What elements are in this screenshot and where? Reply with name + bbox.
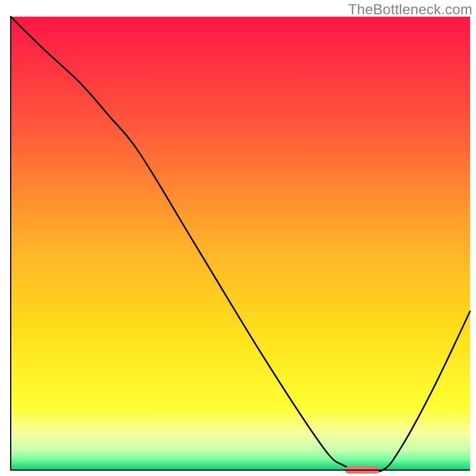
- watermark-text: TheBottleneck.com: [348, 1, 472, 18]
- chart-container: TheBottleneck.com: [0, 0, 476, 476]
- plot-background: [11, 17, 470, 470]
- bottleneck-chart: [0, 0, 476, 476]
